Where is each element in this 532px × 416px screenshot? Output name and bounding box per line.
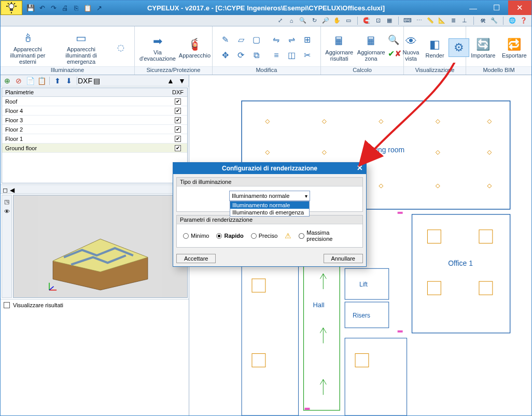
ortho-icon[interactable]: ⊥	[460, 16, 469, 25]
dxf-checkbox[interactable]: ✔	[175, 117, 181, 123]
tools-toolbar: ⤢ ⌂ 🔍 ↻ 🔎 ✋ ▭ 🧲 ⊡ ▦ ⌨ ⋯ 📏 📐 ≣ ⊥ 🛠 🔧 🌐 ❓	[1, 15, 531, 26]
vt-left-icon[interactable]: ◀	[10, 186, 15, 194]
dxf-checkbox[interactable]: ✔	[175, 108, 181, 114]
flip-h-icon[interactable]: ⇋	[270, 34, 283, 46]
ruler-icon[interactable]: 📏	[426, 16, 435, 25]
zoom-home-icon[interactable]: ⌂	[287, 16, 296, 25]
globe-icon[interactable]: 🌐	[508, 16, 517, 25]
sep	[357, 17, 358, 25]
dxf-checkbox[interactable]: ✔	[175, 136, 181, 142]
import-button[interactable]: 🔄Importare	[469, 36, 497, 60]
view-window-icon[interactable]: ▭	[344, 16, 353, 25]
render-button[interactable]: ◧Render	[425, 36, 445, 60]
grid-icon[interactable]: ▦	[385, 16, 394, 25]
maximize-button[interactable]: ☐	[485, 1, 508, 15]
sep	[473, 17, 474, 25]
align-icon[interactable]: ≡	[270, 49, 283, 62]
emergency-light-button[interactable]: ▭Apparecchi illuminanti di emergenza	[55, 30, 107, 66]
plan-row[interactable]: Ground floor✔	[2, 144, 187, 153]
plan-row[interactable]: Floor 3✔	[2, 116, 187, 125]
rotate-icon[interactable]: ⟳	[235, 49, 247, 62]
radio-max[interactable]: Massima precisione	[299, 229, 356, 242]
copy-icon[interactable]: ⧉	[250, 49, 263, 62]
dots-icon[interactable]: ⋯	[414, 16, 424, 25]
expand-icon[interactable]: ▲	[166, 76, 175, 85]
copy-icon[interactable]: ⎘	[72, 4, 80, 12]
plan-row[interactable]: Floor 2✔	[2, 125, 187, 134]
vt-cube-icon[interactable]: ◻	[3, 186, 8, 194]
undo-icon[interactable]: ↶	[38, 4, 46, 12]
combo-option[interactable]: Illuminamento normale	[230, 202, 309, 209]
del-plan-icon[interactable]: ⊘	[14, 76, 23, 85]
pencil-icon[interactable]: ✎	[219, 34, 232, 46]
cancel-button[interactable]: Annullare	[324, 254, 363, 263]
combo-option[interactable]: Illuminamento di emergenza	[230, 209, 309, 216]
arrow-right-icon: ➡	[149, 34, 166, 49]
view-eye-icon[interactable]: 👁	[4, 208, 10, 214]
layers-icon[interactable]: ▤	[92, 76, 101, 85]
update-zone-button[interactable]: 🖩Aggiornare zona	[358, 33, 385, 63]
snap-icon[interactable]: ⊡	[373, 16, 383, 25]
check-x-icon[interactable]: ✔✘	[388, 49, 400, 61]
emergency-light-icon: ▭	[72, 31, 90, 46]
paste-icon[interactable]: 📋	[83, 4, 92, 12]
redo-icon[interactable]: ↷	[49, 4, 58, 12]
magnet-icon[interactable]: 🧲	[362, 16, 371, 25]
help-icon[interactable]: ❓	[519, 16, 528, 25]
move-up-icon[interactable]: ⬆	[53, 76, 62, 85]
paste-plan-icon[interactable]: 📋	[37, 76, 46, 85]
move-icon[interactable]: ✥	[219, 49, 232, 62]
radio-rapido[interactable]: Rapido	[216, 233, 243, 239]
outdoor-light-button[interactable]: 🕯Apparecchi illuminanti per esterni	[4, 30, 52, 66]
new-view-button[interactable]: 👁Nuova vista	[401, 33, 422, 63]
copy-plan-icon[interactable]: 📄	[25, 76, 35, 85]
plan-row[interactable]: Floor 4✔	[2, 106, 187, 116]
export-button[interactable]: 🔁Esportare	[500, 36, 528, 60]
magnifier-icon[interactable]: 🔍	[388, 34, 400, 47]
ruler2-icon[interactable]: 📐	[437, 16, 446, 25]
move-down-icon[interactable]: ⬇	[64, 76, 74, 85]
light-type-combo[interactable]: Illuminamento normale ▾ Illuminamento no…	[229, 191, 310, 201]
dialog-close-icon[interactable]: ✕	[357, 164, 363, 172]
save-icon[interactable]: 💾	[26, 4, 35, 12]
plan-row[interactable]: Roof✔	[2, 97, 187, 106]
radio-minimo[interactable]: Minimo	[183, 233, 209, 239]
keyboard-icon[interactable]: ⌨	[403, 16, 412, 25]
minimize-button[interactable]: —	[461, 1, 485, 15]
plan-row[interactable]: Floor 1✔	[2, 134, 187, 144]
evacuation-button[interactable]: ➡Via d'evacuazione	[138, 33, 177, 63]
update-results-button[interactable]: 🖩Aggiornare risultati	[324, 33, 355, 63]
collapse-icon[interactable]: ▼	[177, 76, 187, 85]
dxf-import-icon[interactable]: DXF	[80, 76, 90, 85]
print-icon[interactable]: 🖨	[61, 4, 69, 12]
mirror-icon[interactable]: ⇌	[286, 34, 298, 46]
dashed-shape-button[interactable]: ◌	[110, 41, 131, 54]
extinguisher-button[interactable]: 🧯Apparecchio	[180, 36, 209, 60]
view-cube-icon[interactable]: ◳	[4, 198, 9, 205]
zoom-out-icon[interactable]: 🔎	[321, 16, 330, 25]
results-row: Visualizzare risultati	[1, 299, 189, 310]
group-icon[interactable]: ⊞	[301, 34, 314, 46]
radio-preciso[interactable]: Preciso	[251, 233, 278, 239]
results-checkbox[interactable]	[4, 302, 10, 308]
filter-icon[interactable]: ≣	[449, 16, 458, 25]
ok-button[interactable]: Accettare	[176, 254, 216, 263]
dxf-checkbox[interactable]: ✔	[175, 126, 181, 133]
tools-icon[interactable]: 🛠	[478, 16, 487, 25]
dxf-checkbox[interactable]: ✔	[175, 98, 181, 105]
box-icon[interactable]: ▢	[250, 34, 263, 46]
zoom-icon[interactable]: 🔍	[298, 16, 307, 25]
export-icon[interactable]: ↗	[95, 4, 103, 12]
dialog-title-bar[interactable]: Configurazioi di renderizzazione ✕	[173, 163, 366, 174]
pan-icon[interactable]: ✋	[332, 16, 342, 25]
dxf-checkbox[interactable]: ✔	[175, 145, 181, 151]
new-plan-icon[interactable]: ⊕	[3, 76, 12, 85]
3d-viewer[interactable]	[13, 195, 188, 298]
offset-icon[interactable]: ◫	[286, 49, 298, 62]
refresh-icon[interactable]: ↻	[310, 16, 319, 25]
close-button[interactable]: ✕	[508, 1, 531, 15]
eraser-icon[interactable]: ▱	[235, 34, 247, 46]
zoom-extents-icon[interactable]: ⤢	[275, 16, 285, 25]
wrench-icon[interactable]: 🔧	[489, 16, 499, 25]
trim-icon[interactable]: ✂	[301, 49, 314, 62]
